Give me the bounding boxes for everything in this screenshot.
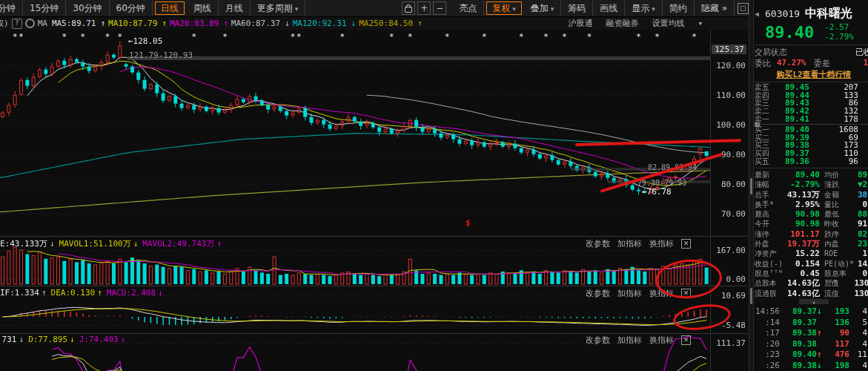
ma-trend-arrow: ↓ [351,19,357,28]
stat-value: 1308亿 [852,278,868,288]
panel-notch-handle[interactable]: ▲ [799,299,829,304]
zoom-out-button[interactable]: − [433,1,446,15]
market-link-3[interactable]: 设置均线▾ [652,19,703,28]
ma-trend-arrow: ↑ [100,19,105,28]
time-and-sales: 14:5689.37↓1934:1489.371365:1789.38↑904:… [755,306,868,371]
period-tab-5[interactable]: 日线 [155,1,185,15]
stat-value: 0.45 [784,269,820,278]
period-tab-4[interactable]: 60分钟 [110,1,153,16]
period-tab-3[interactable]: 30分钟 [66,1,109,16]
tool-button-5[interactable]: 画线 [593,1,625,16]
axis-tick-label: 80.00 [710,180,748,189]
stat-label: PE(动)* [824,259,852,269]
help-icon[interactable]: ? [12,19,22,29]
stat-value: 2.95% [784,200,820,209]
tick-row: :1489.371365 [755,318,868,329]
tool-button-3[interactable]: 叠加▾ [524,1,562,16]
bid-levels: 买一89.401608买二89.3969买三89.38173买四89.37110… [755,126,868,165]
axis-tick-label: 120.00 [710,61,748,70]
low-price-annotation: ←76.78 [642,187,672,197]
close-pane-icon[interactable]: ✕ [681,239,691,249]
bid-row[interactable]: 买五89.3696 [755,158,868,166]
indicator-value: .731 [0,335,17,344]
stat-label: 昨收 [824,219,852,229]
pane-separator [0,286,747,286]
weicha-label: 委差 [814,58,830,68]
period-tab-2[interactable]: 15分钟 [23,1,66,16]
market-link-2[interactable]: 融资融券 [606,19,638,28]
ask-row[interactable]: 卖一89.41178 [755,116,868,124]
stat-value: 0.84 [852,200,868,209]
switch-indicator-link[interactable]: 换指标 [649,335,674,346]
market-link-1[interactable]: 沪股通 [568,19,592,28]
tool-button-2[interactable]: 复权▾ [486,1,522,15]
zoom-in-button[interactable]: + [417,1,431,15]
main-chart-canvas[interactable] [0,30,749,371]
add-indicator-link[interactable]: 加指标 [617,335,642,346]
period-tab-1[interactable]: 分钟 [0,1,23,16]
macd-axis-max: 10.69 [710,291,748,301]
switch-indicator-link[interactable]: 换指标 [649,238,674,249]
axis-tick-label: 70.00 [710,209,748,219]
tool-button-7[interactable]: 简约 [663,1,695,16]
tick-up-arrow-icon: ↑ [817,349,823,361]
fullscreen-icon[interactable] [738,3,749,14]
weibi-value: 47.27% [777,58,806,68]
tick-volume: 193 [823,306,849,318]
add-indicator-link[interactable]: 加指标 [617,288,642,299]
stat-value: 14.63亿 [784,289,820,298]
period-tab-8[interactable]: 更多周期▾ [251,1,306,16]
gap-annotation-3: 79.30-79.93 [637,179,686,187]
tick-down-arrow-icon: ↓ [817,361,823,371]
weicha-value: 1311 [864,58,868,68]
stat-value: 14.63亿 [784,278,820,288]
trade-status-label: 交易状态 [755,47,787,57]
indicator-value: D:77.895 [28,335,67,344]
period-tabs: 分钟15分钟30分钟60分钟日线周线月线更多周期▾ [0,1,305,16]
stat-value: -2.79% [784,180,820,189]
ma-value-1: MA5:89.71 [52,19,96,28]
volume-axis-max: 167.00 [710,246,748,255]
splitter-grip[interactable] [750,178,752,194]
stats-row: 换手*2.95%量比0.84 [755,200,868,209]
indicator-trend-arrow: ↓ [158,288,163,298]
tool-button-1[interactable]: 亮点 [452,1,484,16]
l2-upgrade-link[interactable]: 购买L2查看十档行情 [776,70,851,79]
ma-trend-arrow: ↑ [223,19,228,28]
change-params-link[interactable]: 改参数 [586,335,610,346]
stat-value: 0.154 [784,259,820,269]
panel-splitter[interactable] [749,0,754,371]
caret-down-icon: ▾ [295,5,299,13]
change-params-link[interactable]: 改参数 [586,238,610,249]
indicator-trend-arrow: ↑ [42,288,47,298]
level-quantity: 96 [809,158,858,166]
stat-label: 涨停 [755,229,784,239]
add-indicator-link[interactable]: 加指标 [617,238,642,249]
tick-count: 5 [849,318,867,329]
tool-button-8[interactable]: 隐藏 » [695,1,735,16]
indicator-value: J:74.403 [79,335,119,344]
period-tab-6[interactable]: 周线 [187,1,219,16]
chart-tools: +−亮点复权▾叠加▾筹码画线显示▾简约隐藏 » [402,1,749,16]
level-label: 买五 [755,158,774,166]
market-links: 沪股通融资融券设置均线▾ [554,18,703,29]
tick-price: 89.40 [780,349,817,361]
splitter-grip[interactable] [750,288,752,304]
stat-value: 23.76万 [852,239,868,249]
kdj-pane-menu: 改参数加指标换指标✕ [586,335,691,346]
gear-icon[interactable] [25,19,35,28]
stat-value: 43.13万 [784,190,820,200]
lock-icon[interactable] [402,1,415,15]
stat-label: 股息率ᵀᵀᴹ [824,269,852,278]
period-tab-7[interactable]: 月线 [219,1,251,16]
stats-row: 最高90.98最低88.50 [755,209,868,219]
ma-indicator-bar: 权) ? MA MA5:89.71↑MA10:87.79↑MA20:83.89↑… [0,17,749,30]
quote-panel-content: ◀ 603019 中科曙光 89.40 -2.57 -2.79% 交易状态 已收… [755,0,868,371]
stat-label: 最新 [755,170,784,180]
pane-separator [0,333,747,334]
tool-button-4[interactable]: 筹码 [561,1,593,16]
change-params-link[interactable]: 改参数 [586,288,610,299]
tool-button-6[interactable]: 显示▾ [625,1,663,16]
close-pane-icon[interactable]: ✕ [681,335,691,345]
back-icon[interactable]: ◀ [755,10,759,18]
